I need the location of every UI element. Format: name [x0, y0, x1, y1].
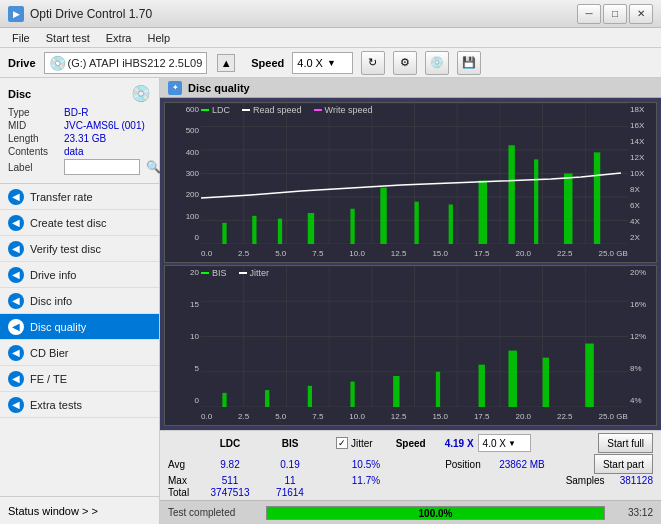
svg-rect-17 [252, 216, 256, 244]
disc-panel: Disc 💿 Type BD-R MID JVC-AMS6L (001) Len… [0, 78, 159, 184]
extra-tests-icon: ◀ [8, 397, 24, 413]
menu-bar: File Start test Extra Help [0, 28, 661, 48]
ldc-y-axis: 600 500 400 300 200 100 0 [165, 103, 201, 244]
status-text: Test completed [168, 507, 258, 518]
disc-panel-label: Disc [8, 88, 31, 100]
drive-eject-button[interactable]: ▲ [217, 54, 235, 72]
disc-quality-icon: ◀ [8, 319, 24, 335]
menu-start-test[interactable]: Start test [38, 30, 98, 46]
read-speed-legend-label: Read speed [253, 105, 302, 115]
svg-rect-19 [308, 213, 314, 244]
disc-button[interactable]: 💿 [425, 51, 449, 75]
refresh-button[interactable]: ↻ [361, 51, 385, 75]
ldc-header: LDC [200, 438, 260, 449]
disc-info-icon: ◀ [8, 293, 24, 309]
type-key: Type [8, 107, 60, 118]
avg-ldc-val: 9.82 [200, 459, 260, 470]
menu-help[interactable]: Help [139, 30, 178, 46]
svg-rect-51 [543, 358, 549, 407]
label-search-icon[interactable]: 🔍 [146, 160, 161, 174]
app-title: Opti Drive Control 1.70 [30, 7, 152, 21]
jitter-checkbox-label[interactable]: ✓ Jitter [336, 437, 373, 449]
progress-percent: 100.0% [419, 507, 453, 518]
max-label: Max [168, 475, 200, 486]
svg-rect-44 [265, 390, 269, 407]
svg-rect-27 [564, 174, 573, 245]
sidebar-item-drive-info[interactable]: ◀ Drive info [0, 262, 159, 288]
fe-te-icon: ◀ [8, 371, 24, 387]
sidebar-item-disc-quality[interactable]: ◀ Disc quality [0, 314, 159, 340]
drive-selector[interactable]: 💿 (G:) ATAPI iHBS212 2.5L09 [44, 52, 208, 74]
sidebar-item-create-test-disc[interactable]: ◀ Create test disc [0, 210, 159, 236]
svg-rect-52 [585, 344, 594, 407]
save-button[interactable]: 💾 [457, 51, 481, 75]
write-speed-legend-label: Write speed [325, 105, 373, 115]
jitter-checkbox[interactable]: ✓ [336, 437, 348, 449]
ldc-chart-svg [201, 103, 628, 244]
speed-dropdown-arrow: ▼ [327, 58, 336, 68]
charts-area: LDC Read speed Write speed 600 500 400 3… [160, 98, 661, 430]
svg-rect-23 [449, 205, 453, 244]
sidebar-item-extra-tests[interactable]: ◀ Extra tests [0, 392, 159, 418]
transfer-rate-label: Transfer rate [30, 191, 93, 203]
progress-bar-container: Test completed 100.0% 33:12 [160, 500, 661, 524]
minimize-button[interactable]: ─ [577, 4, 601, 24]
total-ldc-val: 3747513 [200, 487, 260, 498]
speed-stat-val: 4.0 X [483, 438, 506, 449]
options-button[interactable]: ⚙ [393, 51, 417, 75]
sidebar-item-cd-bier[interactable]: ◀ CD Bier [0, 340, 159, 366]
maximize-button[interactable]: □ [603, 4, 627, 24]
create-test-disc-label: Create test disc [30, 217, 106, 229]
speed-value: 4.0 X [297, 57, 323, 69]
start-full-button[interactable]: Start full [598, 433, 653, 453]
ldc-legend-label: LDC [212, 105, 230, 115]
speed-selector[interactable]: 4.0 X ▼ [292, 52, 353, 74]
extra-tests-label: Extra tests [30, 399, 82, 411]
position-key: Position [445, 459, 499, 470]
speed-stat-selector[interactable]: 4.0 X ▼ [478, 434, 531, 452]
bis-legend-label: BIS [212, 268, 227, 278]
bis-chart-svg [201, 266, 628, 407]
sidebar-item-disc-info[interactable]: ◀ Disc info [0, 288, 159, 314]
status-window-button[interactable]: Status window > > [0, 496, 159, 524]
sidebar-item-verify-test-disc[interactable]: ◀ Verify test disc [0, 236, 159, 262]
main-area: Disc 💿 Type BD-R MID JVC-AMS6L (001) Len… [0, 78, 661, 524]
verify-test-disc-label: Verify test disc [30, 243, 101, 255]
label-input[interactable] [64, 159, 140, 175]
ldc-legend: LDC Read speed Write speed [201, 105, 372, 115]
mid-key: MID [8, 120, 60, 131]
bis-y-axis-right: 20% 16% 12% 8% 4% [628, 266, 656, 407]
drive-text: (G:) ATAPI iHBS212 2.5L09 [68, 57, 203, 69]
svg-rect-48 [436, 372, 440, 407]
disc-quality-label: Disc quality [30, 321, 86, 333]
ldc-chart: LDC Read speed Write speed 600 500 400 3… [164, 102, 657, 263]
svg-rect-24 [479, 181, 488, 244]
ldc-x-axis: 0.0 2.5 5.0 7.5 10.0 12.5 15.0 17.5 20.0… [201, 244, 628, 262]
app-icon: ▶ [8, 6, 24, 22]
svg-rect-21 [380, 188, 386, 244]
sidebar-item-transfer-rate[interactable]: ◀ Transfer rate [0, 184, 159, 210]
total-bis-val: 71614 [260, 487, 320, 498]
close-button[interactable]: ✕ [629, 4, 653, 24]
label-key: Label [8, 162, 60, 173]
position-val: 23862 MB [499, 459, 545, 470]
speed-stat-arrow: ▼ [508, 439, 516, 448]
content-area: ✦ Disc quality LDC Read speed Write spee… [160, 78, 661, 524]
fe-te-label: FE / TE [30, 373, 67, 385]
time-text: 33:12 [613, 507, 653, 518]
sidebar-item-fe-te[interactable]: ◀ FE / TE [0, 366, 159, 392]
svg-rect-18 [278, 219, 282, 244]
avg-speed-val: 4.19 X [445, 438, 474, 449]
svg-rect-46 [350, 382, 354, 407]
contents-val: data [64, 146, 83, 157]
jitter-legend-label: Jitter [250, 268, 270, 278]
menu-file[interactable]: File [4, 30, 38, 46]
create-test-disc-icon: ◀ [8, 215, 24, 231]
disc-info-label: Disc info [30, 295, 72, 307]
menu-extra[interactable]: Extra [98, 30, 140, 46]
start-part-button[interactable]: Start part [594, 454, 653, 474]
svg-rect-20 [350, 209, 354, 244]
disc-quality-title: Disc quality [188, 82, 250, 94]
status-window-label: Status window > > [8, 505, 98, 517]
svg-rect-16 [222, 223, 226, 244]
